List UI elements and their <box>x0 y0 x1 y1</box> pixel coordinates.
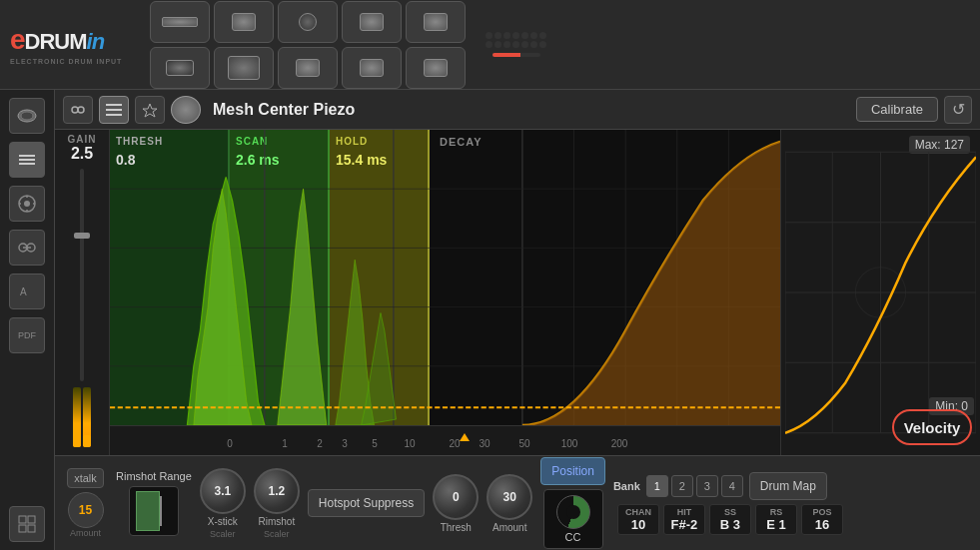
tick-0: 0 <box>227 438 233 449</box>
settings-btn[interactable] <box>9 186 45 222</box>
rimshot-knob[interactable]: 1.2 <box>254 468 300 514</box>
pad-button-5[interactable] <box>406 1 466 43</box>
calibrate-button[interactable]: Calibrate <box>856 97 938 122</box>
main-content: A PDF <box>0 90 980 550</box>
velocity-label-circle[interactable]: Velocity <box>892 409 972 445</box>
svg-rect-4 <box>19 163 35 165</box>
xstick-knob-section: 3.1 X-stick Scaler <box>200 468 246 539</box>
monitor-btn[interactable]: A <box>9 274 45 309</box>
left-sidebar: A PDF <box>0 90 55 550</box>
cc-display: CC <box>543 489 603 549</box>
midi-dot-8 <box>486 41 492 48</box>
rs-param: RS E 1 <box>755 504 797 535</box>
pad-button-4[interactable] <box>342 1 402 43</box>
rs-value: E 1 <box>766 517 786 532</box>
tick-2: 2 <box>317 438 323 449</box>
link-btn[interactable] <box>9 230 45 266</box>
midi-activity-bar <box>492 53 540 57</box>
midi-indicator <box>486 32 546 57</box>
list-view-svg <box>17 150 37 170</box>
pad-button-7[interactable] <box>214 47 274 89</box>
top-bar: eDRUMin ELECTRONIC DRUM INPUT <box>0 0 980 90</box>
midi-dot-2 <box>494 32 501 39</box>
svg-rect-23 <box>106 114 122 116</box>
midi-dot-1 <box>486 32 492 39</box>
amount-knob[interactable]: 30 <box>487 474 532 520</box>
midi-dot-6 <box>530 32 537 39</box>
xstick-knob[interactable]: 3.1 <box>200 468 246 514</box>
svg-point-19 <box>72 107 78 113</box>
bottom-sidebar-btn[interactable] <box>9 506 45 542</box>
rimshot-label: Rimshot <box>258 516 295 527</box>
velocity-label: Velocity <box>904 419 961 436</box>
pad-button-6[interactable] <box>150 47 210 89</box>
pad-icon-8 <box>296 59 320 77</box>
header-bar: Mesh Center Piezo Calibrate ↺ <box>55 90 980 130</box>
bank-btn-4[interactable]: 4 <box>721 475 743 497</box>
logo-drum: DRUM <box>25 29 87 54</box>
list-view-btn[interactable] <box>9 142 45 178</box>
position-button[interactable]: Position <box>540 457 605 485</box>
amount-knob-section: 30 Amount <box>487 474 532 533</box>
pad-icon-6 <box>166 60 194 76</box>
xtalk-knob[interactable]: 15 <box>68 492 104 528</box>
refresh-button[interactable]: ↺ <box>944 96 972 124</box>
chan-value: 10 <box>631 517 645 532</box>
midi-dot-4 <box>512 32 519 39</box>
xtalk-value: 15 <box>79 503 92 517</box>
pdf-btn[interactable]: PDF <box>9 317 45 353</box>
gain-slider[interactable] <box>74 169 90 381</box>
gain-label: GAIN <box>68 134 97 145</box>
gain-meter-2-fill <box>83 435 91 447</box>
grid-btn[interactable] <box>9 506 45 542</box>
list-mode-btn[interactable] <box>99 96 129 124</box>
link-mode-btn[interactable] <box>63 96 93 124</box>
tick-200: 200 <box>611 438 628 449</box>
grid-svg <box>17 514 37 534</box>
list-mode-icon <box>106 104 122 116</box>
waveform-svg <box>110 130 780 425</box>
xstick-value: 3.1 <box>214 484 231 498</box>
pad-button-10[interactable] <box>406 47 466 89</box>
chan-label: CHAN <box>625 507 651 517</box>
bank-buttons: 1 2 3 4 <box>646 475 743 497</box>
pad-grid <box>150 1 466 89</box>
gain-meter-1-fill <box>73 423 81 447</box>
rimshot-knob-section: 1.2 Rimshot Scaler <box>254 468 300 539</box>
gain-slider-handle[interactable] <box>74 233 90 239</box>
logo-in: in <box>87 29 105 54</box>
hold-marker <box>460 433 470 441</box>
tick-5: 5 <box>372 438 378 449</box>
rs-label: RS <box>770 507 783 517</box>
bank-btn-3[interactable]: 3 <box>696 475 718 497</box>
drum-pad-icon-btn[interactable] <box>9 98 45 134</box>
svg-point-20 <box>78 107 84 113</box>
drum-map-button[interactable]: Drum Map <box>749 472 827 500</box>
decay-label: DECAY <box>440 136 483 148</box>
ss-label: SS <box>724 507 736 517</box>
rimshot-value: 1.2 <box>268 484 285 498</box>
midi-dot-12 <box>521 41 528 48</box>
pad-button-9[interactable] <box>342 47 402 89</box>
thresh-knob[interactable]: 0 <box>433 474 479 520</box>
bank-btn-2[interactable]: 2 <box>671 475 693 497</box>
cc-inner <box>556 495 590 529</box>
xtalk-button[interactable]: xtalk <box>67 468 104 488</box>
settings-svg <box>17 194 37 214</box>
pdf-icon: PDF <box>18 330 36 340</box>
pad-button-8[interactable] <box>278 47 338 89</box>
pad-button-2[interactable] <box>214 1 274 43</box>
pad-icon-3 <box>299 13 317 31</box>
pad-icon-10 <box>424 59 448 77</box>
svg-point-1 <box>21 112 33 120</box>
hotspot-suppress-button[interactable]: Hotspot Suppress <box>308 489 425 517</box>
rimshot-range-display[interactable] <box>129 486 179 536</box>
star-mode-btn[interactable] <box>135 96 165 124</box>
pad-icon-5 <box>424 13 448 31</box>
pad-button-3[interactable] <box>278 1 338 43</box>
pad-button-1[interactable] <box>150 1 210 43</box>
bank-btn-1[interactable]: 1 <box>646 475 668 497</box>
tick-10: 10 <box>404 438 415 449</box>
svg-rect-15 <box>19 516 26 523</box>
pos-label: POS <box>812 507 831 517</box>
